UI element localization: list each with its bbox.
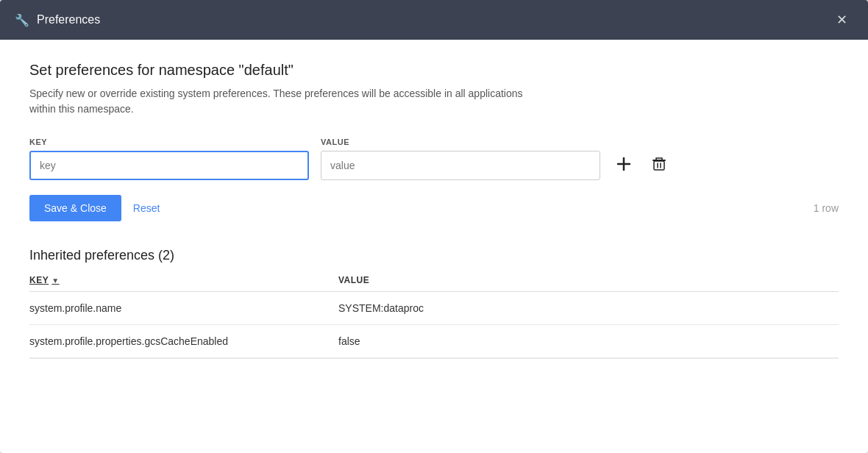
button-row: Save & Close Reset 1 row xyxy=(29,195,839,221)
add-row-button[interactable] xyxy=(612,152,636,179)
value-field-group: VALUE xyxy=(321,138,600,180)
section-title: Set preferences for namespace "default" xyxy=(29,62,839,79)
row-key: system.profile.properties.gcsCacheEnable… xyxy=(29,335,338,347)
key-field-group: KEY xyxy=(29,138,309,180)
form-row: KEY VALUE xyxy=(29,138,839,180)
table-row: system.profile.properties.gcsCacheEnable… xyxy=(29,325,839,358)
table-bottom-border xyxy=(29,358,839,359)
key-input[interactable] xyxy=(29,151,309,180)
svg-rect-1 xyxy=(654,161,664,170)
column-header-key[interactable]: KEY ▼ xyxy=(29,275,338,285)
key-column-label: KEY xyxy=(29,275,49,285)
row-count: 1 row xyxy=(814,202,839,214)
dialog-body: Set preferences for namespace "default" … xyxy=(0,40,868,453)
row-value: false xyxy=(338,335,839,347)
row-value: SYSTEM:dataproc xyxy=(338,302,839,314)
key-label: KEY xyxy=(29,138,309,146)
inherited-preferences-section: Inherited preferences (2) KEY ▼ VALUE sy… xyxy=(29,248,839,359)
preferences-dialog: 🔧 Preferences ✕ Set preferences for name… xyxy=(0,0,868,453)
column-header-value: VALUE xyxy=(338,275,839,285)
close-button[interactable]: ✕ xyxy=(830,10,853,29)
action-icons xyxy=(612,152,671,180)
sort-icon: ▼ xyxy=(51,277,59,285)
wrench-icon: 🔧 xyxy=(15,13,29,27)
reset-button[interactable]: Reset xyxy=(133,202,160,214)
table-header: KEY ▼ VALUE xyxy=(29,275,839,292)
dialog-title: Preferences xyxy=(37,13,100,26)
dialog-header: 🔧 Preferences ✕ xyxy=(0,0,868,40)
save-close-button[interactable]: Save & Close xyxy=(29,195,121,221)
table-row: system.profile.name SYSTEM:dataproc xyxy=(29,292,839,325)
header-left: 🔧 Preferences xyxy=(15,13,100,27)
inherited-title: Inherited preferences (2) xyxy=(29,248,839,263)
delete-row-button[interactable] xyxy=(647,152,671,179)
value-input[interactable] xyxy=(321,151,600,180)
value-label: VALUE xyxy=(321,138,600,146)
section-description: Specify new or override existing system … xyxy=(29,86,544,117)
row-key: system.profile.name xyxy=(29,302,338,314)
